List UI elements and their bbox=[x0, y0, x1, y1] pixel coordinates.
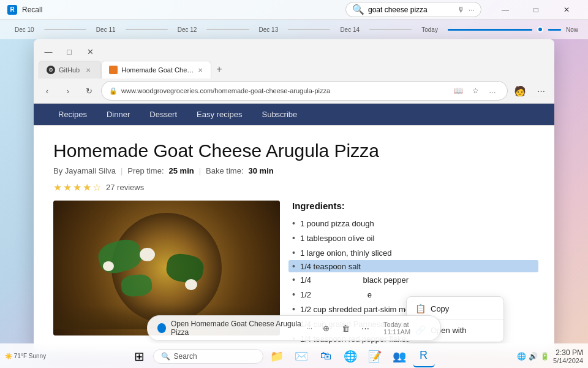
nav-dessert[interactable]: Dessert bbox=[140, 104, 187, 125]
recall-pin-button[interactable]: ⊕ bbox=[317, 320, 334, 337]
star-2: ★ bbox=[63, 182, 72, 193]
tab-recipe[interactable]: Homemade Goat Cheese Arugula Pizz ✕ bbox=[101, 61, 211, 79]
extra-icon: ··· bbox=[469, 6, 475, 14]
star-half: ☆ bbox=[92, 182, 101, 193]
taskbar-right: 🌐 🔊 🔋 2:30 PM 5/14/2024 bbox=[517, 348, 583, 364]
forward-button[interactable]: › bbox=[59, 83, 77, 99]
recall-label: Open Homemade Goat Cheese Arugula Pizza bbox=[171, 320, 301, 337]
title-bar: R Recall 🔍 🎙 ··· — □ ✕ bbox=[0, 0, 588, 20]
timeline-date-dec10: Dec 10 bbox=[10, 26, 39, 33]
timeline-line-3 bbox=[206, 29, 249, 30]
window-controls: — □ ✕ bbox=[491, 1, 581, 18]
favorites-button[interactable]: ☆ bbox=[468, 83, 483, 98]
github-favicon: ⚙ bbox=[47, 66, 55, 74]
review-count: 27 reviews bbox=[106, 183, 144, 192]
taskbar-app-vscode[interactable]: 📝 bbox=[364, 345, 386, 367]
ingredients-title: Ingredients: bbox=[292, 201, 535, 211]
recall-bar: Open Homemade Goat Cheese Arugula Pizza … bbox=[147, 315, 441, 341]
browser-menu-button[interactable]: ⋯ bbox=[532, 83, 549, 99]
browser-window: — □ ✕ ⚙ GitHub ✕ Homemade Goat Cheese Ar… bbox=[34, 39, 554, 352]
star-4: ★ bbox=[83, 182, 91, 193]
url-input[interactable]: 🔒 www.woodgrovegroceries.com/homemade-go… bbox=[101, 81, 508, 101]
timeline-line-1 bbox=[44, 29, 86, 30]
recall-delete-button[interactable]: 🗑 bbox=[337, 320, 354, 337]
tab-github[interactable]: ⚙ GitHub ✕ bbox=[39, 61, 101, 79]
tab-github-close[interactable]: ✕ bbox=[83, 65, 93, 75]
taskbar-app-mail[interactable]: ✉️ bbox=[290, 345, 312, 367]
star-3: ★ bbox=[73, 182, 81, 193]
timeline-line-5 bbox=[369, 29, 412, 30]
maximize-button[interactable]: □ bbox=[522, 1, 550, 18]
tab-recipe-close[interactable]: ✕ bbox=[197, 65, 203, 75]
browser-minimize-button[interactable]: — bbox=[39, 43, 58, 60]
taskbar-left: ☀️ 71°F Sunny bbox=[5, 353, 46, 359]
prep-label: Prep time: bbox=[127, 166, 164, 175]
system-clock[interactable]: 2:30 PM 5/14/2024 bbox=[553, 348, 583, 364]
nav-dinner[interactable]: Dinner bbox=[97, 104, 140, 125]
taskbar-app-recall[interactable]: R bbox=[413, 345, 435, 367]
search-input[interactable] bbox=[368, 6, 454, 14]
nav-menu: Recipes Dinner Dessert Easy recipes Subs… bbox=[34, 104, 554, 125]
mic-icon: 🎙 bbox=[458, 6, 465, 14]
tab-github-label: GitHub bbox=[59, 66, 80, 74]
address-bar-icons: 📖 ☆ … bbox=[451, 83, 500, 98]
close-button[interactable]: ✕ bbox=[552, 1, 581, 18]
bake-label: Bake time: bbox=[206, 166, 243, 175]
ingredient-item-2: 1 tablespoon olive oil bbox=[292, 231, 535, 245]
nav-easy-recipes[interactable]: Easy recipes bbox=[187, 104, 252, 125]
timeline-line-2 bbox=[126, 29, 168, 30]
timeline-current-dot bbox=[537, 26, 543, 33]
copy-icon: 📋 bbox=[415, 304, 426, 313]
reader-mode-button[interactable]: 📖 bbox=[451, 83, 466, 98]
recall-more-button[interactable]: ⋯ bbox=[356, 320, 374, 337]
timeline-line-4 bbox=[288, 29, 330, 30]
timeline-active-line bbox=[448, 29, 532, 31]
recall-favicon bbox=[157, 323, 166, 333]
nav-recipes[interactable]: Recipes bbox=[48, 104, 97, 125]
browser-maximize-button[interactable]: □ bbox=[59, 43, 79, 60]
refresh-button[interactable]: ↻ bbox=[80, 83, 97, 99]
minimize-button[interactable]: — bbox=[491, 1, 519, 18]
nav-subscribe[interactable]: Subscribe bbox=[252, 104, 307, 125]
star-rating: ★ ★ ★ ★ ☆ bbox=[53, 182, 101, 193]
taskbar-app-teams[interactable]: 👥 bbox=[388, 345, 410, 367]
recipe-meta: By Jayamali Silva | Prep time: 25 min | … bbox=[53, 166, 535, 175]
star-1: ★ bbox=[53, 182, 62, 193]
weather-icon: ☀️ bbox=[5, 353, 12, 359]
timeline-date-today: Today bbox=[417, 26, 443, 33]
taskbar-app-edge[interactable]: 🌐 bbox=[339, 345, 361, 367]
timeline-date-dec14: Dec 14 bbox=[335, 26, 364, 33]
timeline-date-dec12: Dec 12 bbox=[173, 26, 202, 33]
ingredient-item-1: 1 pound pizza dough bbox=[292, 216, 535, 231]
title-search[interactable]: 🔍 🎙 ··· bbox=[345, 2, 481, 17]
weather-text: 71°F Sunny bbox=[14, 353, 46, 359]
taskbar: ☀️ 71°F Sunny ⊞ 🔍 Search 📁 ✉️ 🛍 🌐 📝 👥 R … bbox=[0, 343, 588, 368]
new-tab-button[interactable]: + bbox=[211, 60, 227, 79]
context-copy-label: Copy bbox=[431, 304, 449, 313]
taskbar-app-files[interactable]: 📁 bbox=[266, 345, 288, 367]
recipe-title: Homemade Goat Cheese Arugula Pizza bbox=[53, 140, 535, 161]
taskbar-app-store[interactable]: 🛍 bbox=[315, 345, 337, 367]
taskbar-center: ⊞ 🔍 Search 📁 ✉️ 🛍 🌐 📝 👥 R bbox=[46, 345, 517, 367]
address-bar: ‹ › ↻ 🔒 www.woodgrovegroceries.com/homem… bbox=[34, 79, 554, 104]
start-button[interactable]: ⊞ bbox=[129, 345, 151, 367]
timeline-date-dec13: Dec 13 bbox=[254, 26, 284, 33]
timeline-end-line bbox=[548, 29, 561, 31]
recipe-favicon bbox=[109, 66, 118, 74]
recall-timestamp: Today at 11:11AM bbox=[383, 321, 431, 335]
browser-chrome: — □ ✕ ⚙ GitHub ✕ Homemade Goat Cheese Ar… bbox=[34, 39, 554, 126]
timeline-date-now: Now bbox=[566, 26, 578, 33]
recall-ellipsis: ··· bbox=[306, 324, 312, 332]
timeline-bar: Dec 10 Dec 11 Dec 12 Dec 13 Dec 14 Today… bbox=[0, 20, 588, 39]
timeline-date-dec11: Dec 11 bbox=[91, 26, 121, 33]
bake-value: 30 min bbox=[249, 166, 274, 175]
browser-profile-button[interactable]: 🧑 bbox=[511, 83, 529, 99]
ingredient-item-5: 1/4 black pepper bbox=[292, 272, 535, 287]
browser-close-button[interactable]: ✕ bbox=[80, 43, 100, 60]
back-button[interactable]: ‹ bbox=[39, 83, 56, 99]
more-button[interactable]: … bbox=[485, 83, 500, 98]
clock-date: 5/14/2024 bbox=[553, 357, 583, 364]
taskbar-search[interactable]: 🔍 Search bbox=[153, 349, 263, 364]
recipe-author: By Jayamali Silva bbox=[53, 166, 116, 175]
tray-volume: 🔊 bbox=[529, 352, 538, 361]
